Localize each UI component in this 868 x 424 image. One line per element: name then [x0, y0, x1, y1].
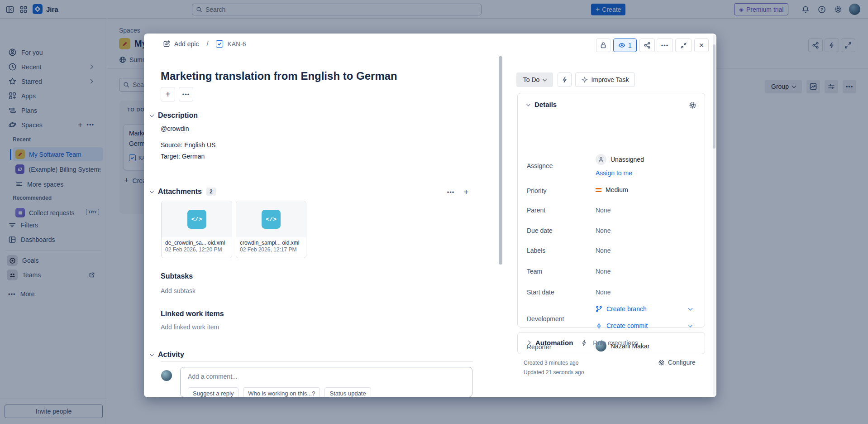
details-settings-button[interactable]	[686, 99, 699, 111]
parent-value[interactable]: None	[596, 207, 610, 214]
chevron-right-icon	[526, 341, 531, 345]
share-button[interactable]	[639, 39, 655, 52]
status-dropdown[interactable]: To Do	[516, 72, 553, 87]
details-heading: Details	[534, 101, 557, 108]
comment-box[interactable]: Add a comment... Suggest a reply Who is …	[180, 367, 472, 397]
watch-count: 1	[628, 42, 632, 49]
suggest-reply-chip[interactable]: Suggest a reply	[188, 387, 238, 397]
share-nodes-icon	[644, 42, 651, 49]
activity-divider	[161, 361, 473, 362]
branch-icon	[596, 306, 602, 313]
improve-task-label: Improve Task	[591, 76, 629, 83]
details-header[interactable]: Details	[527, 101, 557, 108]
add-epic-button[interactable]: Add epic	[163, 40, 199, 48]
create-commit-label: Create commit	[606, 322, 648, 329]
start-date-value[interactable]: None	[596, 289, 610, 296]
modal-breadcrumb: Add epic / KAN-6	[163, 40, 246, 48]
add-linked-item-button[interactable]: Add linked work item	[161, 323, 219, 331]
panel-scrollbar-thumb[interactable]	[713, 44, 715, 149]
labels-label: Labels	[527, 247, 545, 254]
priority-medium-icon	[596, 188, 601, 192]
add-subtask-button[interactable]: Add subtask	[161, 287, 196, 294]
rule-executions-label[interactable]: Rule executions	[593, 339, 638, 347]
close-modal-button[interactable]: ×	[694, 39, 709, 52]
activity-section-header[interactable]: Activity	[150, 351, 184, 359]
create-branch-label: Create branch	[606, 305, 647, 313]
description-heading: Description	[158, 111, 198, 120]
attachments-heading: Attachments	[158, 188, 202, 196]
issue-key[interactable]: KAN-6	[227, 40, 246, 48]
task-type-icon	[216, 40, 223, 48]
attachments-section-header[interactable]: Attachments 2	[150, 188, 216, 196]
assignee-value[interactable]: Unassigned	[596, 154, 644, 165]
attachment-thumbnail: </>	[236, 201, 306, 237]
team-value[interactable]: None	[596, 268, 610, 275]
current-user-avatar	[161, 370, 172, 381]
title-more-button[interactable]: •••	[179, 87, 193, 101]
watch-eye-icon	[618, 42, 625, 49]
improve-task-button[interactable]: Improve Task	[575, 72, 635, 87]
add-content-button[interactable]: +	[161, 87, 175, 101]
assignee-label: Assignee	[527, 162, 553, 169]
comment-suggestions: Suggest a reply Who is working on this..…	[188, 387, 371, 397]
xml-file-icon: </>	[262, 210, 281, 229]
create-commit-action[interactable]: Create commit	[596, 322, 648, 329]
labels-value[interactable]: None	[596, 247, 610, 254]
attachment-card[interactable]: </> de_crowdin_sa... oid.xml 02 Feb 2026…	[161, 201, 232, 258]
details-panel: Details Assignee Unassigned Assign to me…	[517, 93, 705, 328]
attachment-name: de_crowdin_sa... oid.xml	[162, 237, 232, 246]
automation-panel[interactable]: Automation Rule executions	[517, 332, 705, 354]
modal-scrollbar[interactable]	[499, 56, 502, 265]
branch-options-chevron[interactable]	[688, 306, 693, 311]
jira-app: Jira + Create ◈ Premium trial ?	[0, 0, 868, 424]
task-detail-modal: Add epic / KAN-6 1 •••	[144, 34, 716, 397]
description-source: Source: English US	[161, 141, 215, 149]
comment-placeholder: Add a comment...	[188, 373, 238, 380]
panel-scrollbar-track[interactable]	[713, 35, 715, 395]
modal-more-button[interactable]: •••	[657, 39, 673, 52]
status-update-chip[interactable]: Status update	[324, 387, 371, 397]
lock-button[interactable]	[596, 39, 610, 52]
attachment-card[interactable]: </> crowdin_sampl... oid.xml 02 Feb 2026…	[236, 201, 306, 258]
team-label: Team	[527, 268, 542, 275]
chevron-down-icon	[150, 113, 154, 117]
watch-button[interactable]: 1	[613, 39, 637, 52]
development-label: Development	[527, 315, 564, 323]
attachments-add-button[interactable]: +	[460, 186, 472, 198]
parent-label: Parent	[527, 207, 545, 214]
assignee-name: Unassigned	[610, 156, 644, 163]
start-date-label: Start date	[527, 289, 554, 296]
created-timestamp: Created 3 minutes ago	[524, 360, 578, 366]
due-date-value[interactable]: None	[596, 227, 610, 234]
attachment-date: 02 Feb 2026, 12:17 PM	[236, 246, 306, 253]
linked-items-heading: Linked work items	[161, 310, 224, 318]
chevron-down-icon	[150, 189, 154, 193]
unlock-icon	[600, 42, 607, 49]
create-branch-action[interactable]: Create branch	[596, 305, 647, 313]
who-working-chip[interactable]: Who is working on this...?	[243, 387, 320, 397]
attachment-name: crowdin_sampl... oid.xml	[236, 237, 306, 246]
priority-value[interactable]: Medium	[596, 186, 628, 193]
description-section-header[interactable]: Description	[150, 111, 198, 120]
attachments-more-button[interactable]: •••	[444, 186, 457, 198]
automation-heading: Automation	[535, 339, 573, 347]
subtasks-heading: Subtasks	[161, 272, 193, 280]
commit-options-chevron[interactable]	[688, 323, 693, 328]
modal-title[interactable]: Marketing translation from English to Ge…	[161, 70, 477, 82]
collapse-modal-button[interactable]	[675, 39, 692, 52]
automation-quick-button[interactable]	[558, 72, 572, 87]
description-target: Target: German	[161, 153, 205, 160]
priority-label: Priority	[527, 187, 547, 194]
due-date-label: Due date	[527, 227, 553, 234]
attachment-date: 02 Feb 2026, 12:20 PM	[162, 246, 232, 253]
attachment-thumbnail: </>	[162, 201, 232, 237]
chevron-down-icon	[543, 77, 547, 82]
updated-timestamp: Updated 21 seconds ago	[524, 369, 584, 376]
chevron-down-icon	[150, 352, 154, 357]
configure-button[interactable]: Configure	[658, 359, 696, 366]
gear-icon	[658, 359, 665, 366]
assign-to-me-link[interactable]: Assign to me	[596, 169, 632, 177]
chevron-down-icon	[526, 101, 531, 106]
activity-heading: Activity	[158, 351, 184, 359]
unassigned-avatar-icon	[596, 154, 606, 165]
